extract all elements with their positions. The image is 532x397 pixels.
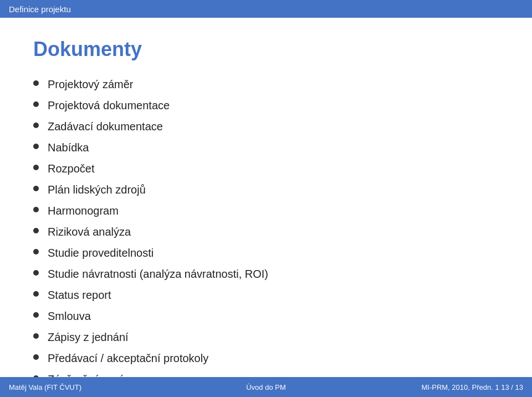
top-bar: Definice projektu xyxy=(0,0,532,18)
list-item-text: Plán lidských zdrojů xyxy=(48,182,146,197)
list-item-text: Studie návratnosti (analýza návratnosti,… xyxy=(48,266,268,282)
main-content: Dokumenty Projektový záměrProjektová dok… xyxy=(0,18,532,397)
list-item: Studie proveditelnosti xyxy=(33,245,499,261)
list-item: Projektová dokumentace xyxy=(33,98,499,113)
list-item: Studie návratnosti (analýza návratnosti,… xyxy=(33,266,499,282)
list-item-text: Harmonogram xyxy=(48,203,119,218)
list-item: Předávací / akceptační protokoly xyxy=(33,350,499,366)
bullet-icon xyxy=(33,123,39,128)
list-item: Smlouva xyxy=(33,308,499,324)
list-item-text: Zadávací dokumentace xyxy=(48,119,163,134)
list-item-text: Rozpočet xyxy=(48,161,95,176)
list-item: Harmonogram xyxy=(33,203,499,218)
list-item-text: Projektový záměr xyxy=(48,77,134,92)
list-item: Projektový záměr xyxy=(33,77,499,92)
list-item-text: Riziková analýza xyxy=(48,224,131,240)
footer-bar: Matěj Vala (FIT ČVUT) Úvod do PM MI-PRM,… xyxy=(0,377,532,397)
list-item: Plán lidských zdrojů xyxy=(33,182,499,197)
bullet-icon xyxy=(33,333,39,339)
bullet-icon xyxy=(33,186,39,191)
bullet-list: Projektový záměrProjektová dokumentaceZa… xyxy=(33,77,499,397)
list-item-text: Status report xyxy=(48,287,111,303)
top-bar-title: Definice projektu xyxy=(9,4,71,14)
bullet-icon xyxy=(33,101,39,107)
list-item: Nabídka xyxy=(33,140,499,155)
bullet-icon xyxy=(33,207,39,212)
list-item-text: Předávací / akceptační protokoly xyxy=(48,350,208,366)
list-item: Status report xyxy=(33,287,499,303)
footer-center: Úvod do PM xyxy=(246,383,286,391)
footer-left: Matěj Vala (FIT ČVUT) xyxy=(0,383,81,391)
bullet-icon xyxy=(33,249,39,255)
bullet-icon xyxy=(33,270,39,276)
list-item: Zápisy z jednání xyxy=(33,329,499,345)
list-item: Rozpočet xyxy=(33,161,499,176)
bullet-icon xyxy=(33,144,39,149)
list-item-text: Nabídka xyxy=(48,140,89,155)
bullet-icon xyxy=(33,80,39,86)
list-item: Riziková analýza xyxy=(33,224,499,240)
list-item-text: Zápisy z jednání xyxy=(48,329,129,345)
list-item-text: Studie proveditelnosti xyxy=(48,245,154,261)
footer-right: MI-PRM, 2010, Předn. 1 13 / 13 xyxy=(421,383,532,391)
list-item: Zadávací dokumentace xyxy=(33,119,499,134)
bullet-icon xyxy=(33,291,39,297)
page-title: Dokumenty xyxy=(33,38,499,61)
bullet-icon xyxy=(33,165,39,170)
list-item-text: Smlouva xyxy=(48,308,91,324)
bullet-icon xyxy=(33,312,39,318)
list-item-text: Projektová dokumentace xyxy=(48,98,170,113)
bullet-icon xyxy=(33,228,39,233)
bullet-icon xyxy=(33,354,39,360)
